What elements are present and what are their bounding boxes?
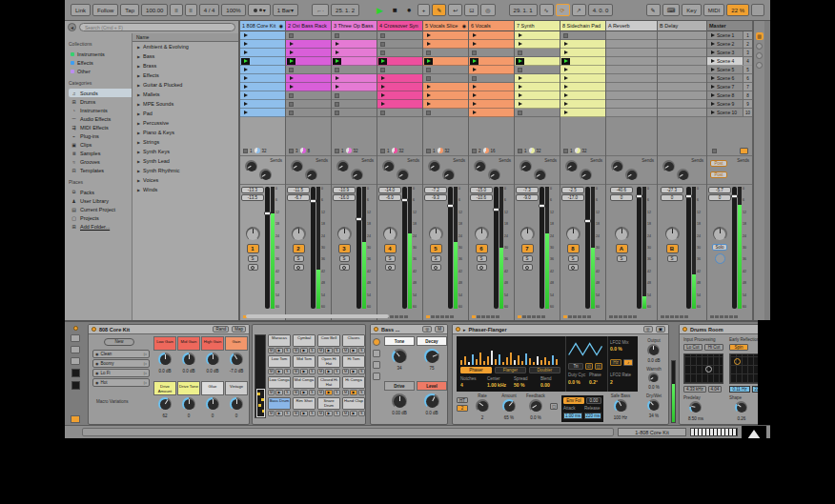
- peak-level-field[interactable]: -11.5: [287, 187, 310, 193]
- pad-mute-button[interactable]: M: [342, 369, 349, 374]
- track-stop-button[interactable]: [335, 149, 339, 153]
- list-item[interactable]: ▶Piano & Keys: [132, 128, 238, 137]
- scene-launch-button[interactable]: [708, 75, 717, 82]
- returns-section-toggle[interactable]: [756, 62, 763, 69]
- punch-button[interactable]: ⊡: [464, 4, 479, 16]
- pad-bank-icon[interactable]: [71, 369, 80, 377]
- scene-launch-button[interactable]: [708, 32, 717, 39]
- master-track-header[interactable]: Master: [707, 21, 752, 31]
- pad-solo-button[interactable]: S: [334, 348, 340, 353]
- pad-play-button[interactable]: ▶: [325, 348, 332, 353]
- clip-launch-button[interactable]: [241, 101, 250, 108]
- track-activator-button[interactable]: A: [616, 244, 628, 253]
- drum-pad-hand-clap[interactable]: Hand Clap: [342, 397, 365, 410]
- drum-pad-maracas[interactable]: Maracas: [268, 334, 291, 347]
- browser-collapse-button[interactable]: ◂: [68, 23, 76, 31]
- fader-handle[interactable]: [401, 198, 408, 202]
- clip-launch-button[interactable]: [561, 75, 570, 82]
- feedback-knob[interactable]: [529, 399, 542, 413]
- solo-button[interactable]: S: [248, 255, 258, 262]
- tap-tempo-button[interactable]: Tap: [120, 4, 139, 16]
- fold-icon[interactable]: ▸: [463, 327, 466, 333]
- capture-midi-button[interactable]: ◎: [480, 4, 495, 16]
- loop-button[interactable]: ⟳: [556, 4, 570, 16]
- new-variation-button[interactable]: New: [104, 338, 134, 346]
- stop-all-clips-button[interactable]: [712, 149, 717, 153]
- fader-handle[interactable]: [731, 194, 738, 198]
- pad-bank-icon[interactable]: [71, 381, 80, 390]
- clip-slot[interactable]: [469, 100, 514, 109]
- clip-launch-button[interactable]: [470, 84, 479, 91]
- arm-button[interactable]: [522, 264, 533, 271]
- clip-slot[interactable]: [240, 49, 285, 57]
- wave-shape-icon[interactable]: ◫: [595, 363, 602, 370]
- pad-mute-button[interactable]: M: [293, 348, 299, 353]
- safe-bass-knob[interactable]: [614, 399, 627, 413]
- drum-pad-cow-bell[interactable]: Cow Bell: [317, 334, 340, 347]
- pan-knob[interactable]: [713, 227, 727, 241]
- clip-slot[interactable]: [286, 31, 331, 40]
- collection-item-other[interactable]: Other: [69, 67, 132, 75]
- clip-stop-button[interactable]: [335, 102, 339, 107]
- post-toggle-button[interactable]: Post: [710, 171, 727, 178]
- macro-knob[interactable]: [158, 353, 172, 366]
- track-header[interactable]: 6 Vocals: [469, 21, 514, 31]
- hz-toggle[interactable]: Hz: [610, 359, 621, 366]
- clip-stop-button[interactable]: [335, 93, 339, 98]
- clip-launch-button[interactable]: [378, 92, 387, 99]
- metronome-button[interactable]: ▾: [248, 4, 271, 16]
- volume-fader[interactable]: [402, 187, 407, 309]
- sidebar-item-instruments[interactable]: ◔Instruments: [69, 106, 132, 114]
- clip-slot[interactable]: [377, 109, 422, 117]
- pad-mute-button[interactable]: M: [268, 390, 275, 395]
- list-item[interactable]: ▶Synth Lead: [132, 156, 238, 166]
- track-stop-button[interactable]: [472, 149, 477, 153]
- macro-knob[interactable]: [230, 397, 243, 411]
- detail-view-toggle-icon[interactable]: [747, 430, 761, 439]
- place-item-current-project[interactable]: ▤Current Project: [69, 205, 132, 213]
- pad-play-button[interactable]: ▶: [300, 369, 307, 374]
- clip-slot[interactable]: [515, 66, 560, 74]
- list-item[interactable]: ▶Pad: [132, 109, 238, 118]
- track-activator-button[interactable]: B: [666, 244, 679, 253]
- clip-stop-button[interactable]: [289, 33, 294, 38]
- pad-play-button[interactable]: ▶: [275, 390, 282, 395]
- note-sync-toggle[interactable]: ♪: [623, 359, 633, 366]
- track-header[interactable]: 7 Synth: [515, 21, 560, 31]
- track-stop-button[interactable]: [380, 149, 385, 153]
- macro-knob[interactable]: [206, 353, 219, 366]
- clip-stop-button[interactable]: [426, 68, 431, 72]
- stop-button[interactable]: ■: [389, 4, 401, 16]
- time-signature-field[interactable]: 4 / 4: [199, 4, 220, 16]
- peak-level-field[interactable]: -14.0: [378, 187, 401, 193]
- scene-row[interactable]: Scene 1010: [707, 109, 752, 117]
- volume-fader[interactable]: [732, 187, 737, 309]
- track-stop-button[interactable]: [243, 149, 248, 153]
- pan-knob[interactable]: [615, 227, 629, 241]
- clip-launch-button[interactable]: [378, 75, 387, 82]
- send-b-knob[interactable]: [677, 169, 689, 181]
- search-input[interactable]: [79, 23, 235, 31]
- volume-field[interactable]: -16.0: [333, 194, 356, 201]
- clip-slot[interactable]: [332, 49, 377, 57]
- level-knob[interactable]: [424, 393, 439, 409]
- clip-slot[interactable]: [560, 91, 605, 100]
- clip-slot[interactable]: [560, 109, 605, 117]
- automation-arm-button[interactable]: ✎: [432, 4, 446, 16]
- pad-solo-button[interactable]: S: [284, 390, 291, 395]
- device-title-bar[interactable]: Drums Room: [680, 325, 769, 334]
- track-activator-button[interactable]: 6: [476, 244, 488, 253]
- clip-slot[interactable]: [286, 40, 331, 49]
- send-a-knob[interactable]: [382, 160, 395, 172]
- pad-solo-button[interactable]: S: [334, 411, 340, 416]
- env-amount-field[interactable]: 0.00: [586, 397, 601, 404]
- volume-field[interactable]: -6.7: [287, 194, 310, 201]
- drum-pad-hi-tom[interactable]: Hi Tom: [342, 355, 365, 368]
- send-b-knob[interactable]: [305, 169, 317, 181]
- pan-knob[interactable]: [475, 227, 489, 241]
- master-solo-box[interactable]: Solo: [712, 244, 727, 251]
- macro-variation-row[interactable]: ◉Lo Fi▷: [92, 369, 150, 377]
- solo-button[interactable]: S: [477, 255, 487, 262]
- scene-row[interactable]: Scene 88: [707, 91, 752, 100]
- device-activator-icon[interactable]: [456, 327, 460, 332]
